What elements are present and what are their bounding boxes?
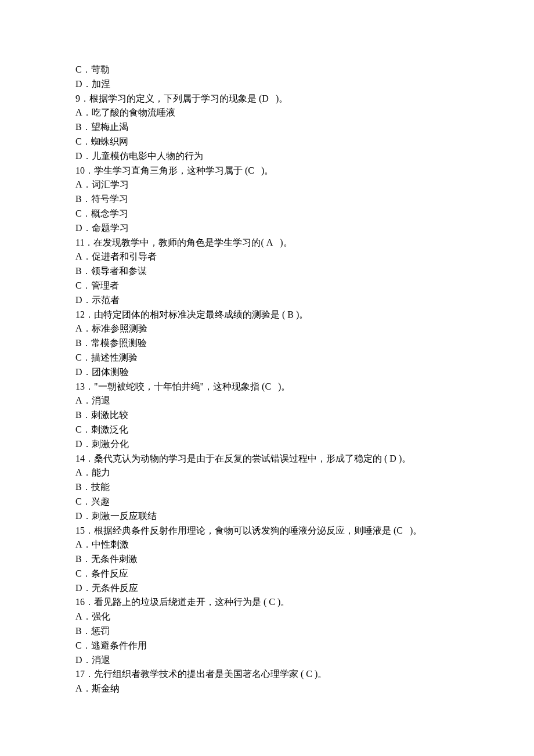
- text-line: B．常模参照测验: [75, 336, 459, 351]
- text-line: 12．由特定团体的相对标准决定最终成绩的测验是 ( B )。: [75, 308, 459, 322]
- text-line: D．加涅: [75, 77, 459, 92]
- text-line: 16．看见路上的垃圾后绕道走开，这种行为是 ( C )。: [75, 595, 459, 610]
- text-line: B．望梅止渴: [75, 120, 459, 135]
- text-line: 10．学生学习直角三角形，这种学习属于 (C )。: [75, 164, 459, 178]
- text-line: C．蜘蛛织网: [75, 135, 459, 149]
- text-line: D．命题学习: [75, 221, 459, 236]
- text-line: C．管理者: [75, 279, 459, 293]
- text-line: D．无条件反应: [75, 581, 459, 596]
- text-line: A．能力: [75, 466, 459, 480]
- text-line: A．消退: [75, 394, 459, 408]
- text-line: A．词汇学习: [75, 178, 459, 192]
- text-line: A．标准参照测验: [75, 322, 459, 336]
- text-line: 15．根据经典条件反射作用理论，食物可以诱发狗的唾液分泌反应，则唾液是 (C )…: [75, 524, 459, 538]
- text-line: C．苛勒: [75, 63, 459, 77]
- text-line: B．无条件刺激: [75, 552, 459, 567]
- text-line: C．刺激泛化: [75, 423, 459, 437]
- text-line: D．儿童模仿电影中人物的行为: [75, 149, 459, 164]
- text-line: C．条件反应: [75, 567, 459, 581]
- text-line: A．斯金纳: [75, 682, 459, 696]
- text-line: B．惩罚: [75, 624, 459, 639]
- text-line: B．技能: [75, 480, 459, 495]
- text-line: A．中性刺激: [75, 538, 459, 552]
- text-line: D．消退: [75, 653, 459, 668]
- text-line: 14．桑代克认为动物的学习是由于在反复的尝试错误过程中，形成了稳定的 ( D )…: [75, 452, 459, 466]
- text-line: 9．根据学习的定义，下列属于学习的现象是 (D )。: [75, 92, 459, 106]
- text-line: D．刺激一反应联结: [75, 509, 459, 524]
- text-line: C．概念学习: [75, 207, 459, 221]
- text-line: C．兴趣: [75, 495, 459, 509]
- text-line: A．强化: [75, 610, 459, 624]
- text-line: A．吃了酸的食物流唾液: [75, 106, 459, 120]
- text-line: B．符号学习: [75, 192, 459, 207]
- text-line: C．描述性测验: [75, 351, 459, 365]
- text-line: D．团体测验: [75, 365, 459, 380]
- text-line: 11．在发现教学中，教师的角色是学生学习的( A )。: [75, 236, 459, 250]
- text-line: D．刺激分化: [75, 437, 459, 452]
- text-line: A．促进者和引导者: [75, 250, 459, 264]
- text-line: 17．先行组织者教学技术的提出者是美国著名心理学家 ( C )。: [75, 667, 459, 682]
- text-line: 13．"一朝被蛇咬，十年怕井绳"，这种现象指 (C )。: [75, 380, 459, 394]
- text-line: B．刺激比较: [75, 408, 459, 423]
- text-line: C．逃避条件作用: [75, 639, 459, 653]
- text-line: B．领导者和参谋: [75, 264, 459, 279]
- document-page: C．苛勒 D．加涅 9．根据学习的定义，下列属于学习的现象是 (D )。 A．吃…: [0, 0, 534, 756]
- text-line: D．示范者: [75, 293, 459, 308]
